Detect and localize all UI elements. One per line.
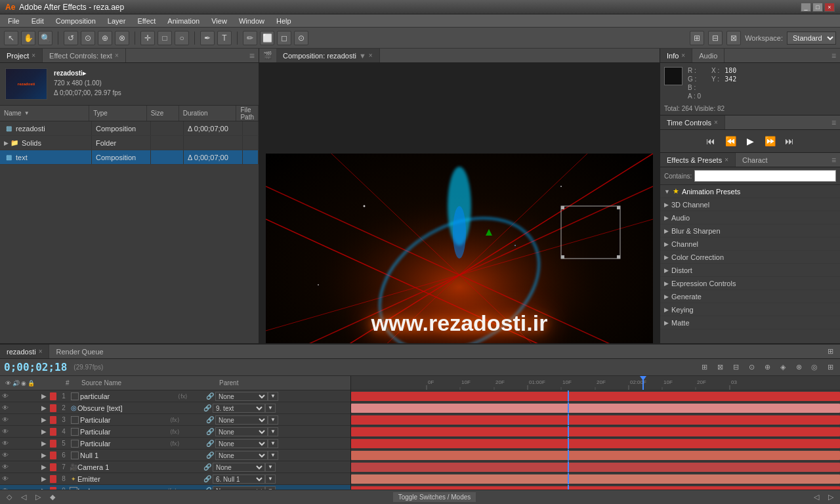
time-controls-expand[interactable]: ≡: [828, 118, 840, 127]
menu-composition[interactable]: Composition: [51, 16, 101, 26]
effect-controls-tab[interactable]: Effect Controls: text ×: [43, 49, 126, 62]
layer-vis-1[interactable]: 👁: [0, 392, 10, 400]
panel-expand-icon[interactable]: ≡: [245, 51, 259, 61]
parent-link-5[interactable]: 🔗: [205, 439, 215, 448]
grid-button[interactable]: ⊟: [708, 31, 723, 45]
layer-expand-4[interactable]: ▶: [39, 428, 49, 435]
layer-vis-2[interactable]: 👁: [0, 404, 10, 411]
parent-arrow-5[interactable]: ▼: [268, 439, 278, 448]
layer-row-1[interactable]: 👁 ▶ 1 particular ⟨fx⟩: [0, 390, 350, 402]
parent-link-8[interactable]: 🔗: [202, 474, 213, 484]
layer-row-3[interactable]: 👁 ▶ 3 Particular ⟨fx⟩: [0, 414, 350, 426]
tool-camera-track[interactable]: ⊕: [98, 31, 112, 45]
play-btn[interactable]: ▶: [743, 134, 757, 148]
sw-collapse-1[interactable]: [161, 392, 169, 400]
sw-shy-8[interactable]: [150, 475, 158, 483]
sw-effects-3[interactable]: ⟨fx⟩: [171, 416, 178, 424]
parent-select-8[interactable]: 6. Null 1: [213, 474, 265, 484]
effects-panel-expand[interactable]: ≡: [828, 156, 840, 165]
tl-quality-btn[interactable]: ◈: [777, 362, 789, 373]
layer-expand-8[interactable]: ▶: [39, 475, 49, 482]
timeline-tab-close[interactable]: ×: [39, 348, 43, 355]
sw-mb-2[interactable]: [177, 404, 185, 412]
layer-row-9[interactable]: 👁 ▶ 9 text ⟨fx⟩ 🔗: [0, 485, 350, 490]
info-tab-close[interactable]: ×: [681, 52, 685, 59]
tool-text[interactable]: T: [217, 31, 232, 45]
layer-vis-3[interactable]: 👁: [0, 416, 10, 423]
header-type[interactable]: Type: [89, 106, 147, 121]
tl-solo-btn[interactable]: ⊠: [714, 362, 726, 373]
fx-item-matte[interactable]: ▶ Matte: [660, 316, 840, 329]
composition-tab[interactable]: Composition: rezadosti ▼ ×: [276, 49, 380, 62]
step-forward-btn[interactable]: ⏩: [763, 134, 777, 148]
sw-shy-3[interactable]: [152, 416, 160, 424]
fx-item-blur-sharpen[interactable]: ▶ Blur & Sharpen: [660, 224, 840, 238]
tl-scroll-left-btn[interactable]: ◁: [811, 492, 822, 503]
sw-effects-4[interactable]: ⟨fx⟩: [171, 428, 178, 436]
menu-layer[interactable]: Layer: [102, 16, 131, 26]
fx-item-audio[interactable]: ▶ Audio: [660, 211, 840, 224]
parent-link-1[interactable]: 🔗: [205, 392, 215, 401]
layer-expand-2[interactable]: ▶: [39, 404, 49, 411]
tl-lock-btn[interactable]: ⊟: [730, 362, 742, 373]
timeline-timecode[interactable]: 0;00;02;18: [4, 361, 67, 373]
menu-file[interactable]: File: [3, 16, 25, 26]
sw-shy-2[interactable]: [150, 404, 158, 412]
workspace-select[interactable]: Standard: [787, 32, 836, 45]
header-name[interactable]: Name ▼: [0, 106, 89, 121]
tl-effects-btn[interactable]: ⊗: [793, 362, 805, 373]
menu-edit[interactable]: Edit: [26, 16, 49, 26]
parent-arrow-6[interactable]: ▼: [268, 451, 278, 460]
tl-next-keyframe-btn[interactable]: ▷: [33, 492, 43, 503]
sw-effects-1[interactable]: ⟨fx⟩: [179, 392, 187, 400]
fx-item-color-correction[interactable]: ▶ Color Correction: [660, 251, 840, 264]
layer-row-8[interactable]: 👁 ▶ 8 ✦ Emitter 🔗 6. Null 1: [0, 473, 350, 485]
sw-quality-3[interactable]: [161, 416, 169, 424]
tl-expand-btn[interactable]: ⊞: [824, 346, 836, 358]
tool-selection[interactable]: ↖: [4, 31, 18, 45]
effects-search-input[interactable]: [694, 170, 836, 182]
toggle-switches-modes-btn[interactable]: Toggle Switches / Modes: [392, 492, 477, 503]
layer-vis-5[interactable]: 👁: [0, 440, 10, 447]
fx-item-expression-controls[interactable]: ▶ Expression Controls: [660, 277, 840, 290]
sw-quality-4[interactable]: [161, 428, 169, 436]
tool-pen[interactable]: ✒: [200, 31, 215, 45]
parent-arrow-1[interactable]: ▼: [268, 392, 278, 401]
menu-effect[interactable]: Effect: [132, 16, 161, 26]
project-item-text[interactable]: ▩ text Composition Δ 0;00;07;00: [0, 150, 259, 165]
info-tab[interactable]: Info ×: [660, 49, 692, 62]
layer-checkbox-6[interactable]: [71, 452, 79, 459]
layer-vis-7[interactable]: 👁: [0, 463, 10, 471]
parent-select-2[interactable]: 9. text: [213, 404, 265, 413]
layer-row-4[interactable]: 👁 ▶ 4 Particular ⟨fx⟩ 🔗: [0, 426, 350, 438]
tool-camera-dolly[interactable]: ⊗: [115, 31, 129, 45]
effects-tab-close[interactable]: ×: [724, 156, 728, 163]
sw-quality-2[interactable]: [159, 404, 167, 412]
time-controls-tab-close[interactable]: ×: [714, 119, 718, 126]
guides-button[interactable]: ⊠: [726, 31, 741, 45]
tl-collapse-btn[interactable]: ⊕: [761, 362, 773, 373]
tool-camera-orbit[interactable]: ⊙: [81, 31, 95, 45]
parent-select-7[interactable]: None: [213, 463, 265, 472]
color-swatch[interactable]: [664, 67, 682, 85]
tool-zoom[interactable]: 🔍: [38, 31, 52, 45]
tool-hand[interactable]: ✋: [21, 31, 35, 45]
effects-presets-tab[interactable]: Effects & Presets ×: [660, 153, 736, 167]
sw-shy-6[interactable]: [152, 452, 160, 459]
project-tab-close[interactable]: ×: [32, 52, 35, 59]
parent-link-6[interactable]: 🔗: [205, 451, 215, 460]
parent-arrow-7[interactable]: ▼: [265, 463, 276, 472]
tool-anchor[interactable]: ✛: [140, 31, 155, 45]
sw-shy-5[interactable]: [152, 440, 160, 448]
tl-adjustment-btn[interactable]: ⊞: [824, 362, 836, 373]
layer-expand-6[interactable]: ▶: [39, 452, 49, 459]
minimize-button[interactable]: _: [801, 3, 811, 12]
layer-expand-5[interactable]: ▶: [39, 440, 49, 447]
character-tab[interactable]: Charact: [736, 153, 774, 167]
fx-item-animation-presets[interactable]: ▼ ★ Animation Presets: [660, 185, 840, 198]
fx-item-generate[interactable]: ▶ Generate: [660, 290, 840, 303]
menu-help[interactable]: Help: [271, 16, 297, 26]
effect-controls-tab-close[interactable]: ×: [115, 52, 119, 59]
go-to-end-btn[interactable]: ⏭: [782, 134, 797, 148]
layer-expand-7[interactable]: ▶: [39, 463, 49, 471]
